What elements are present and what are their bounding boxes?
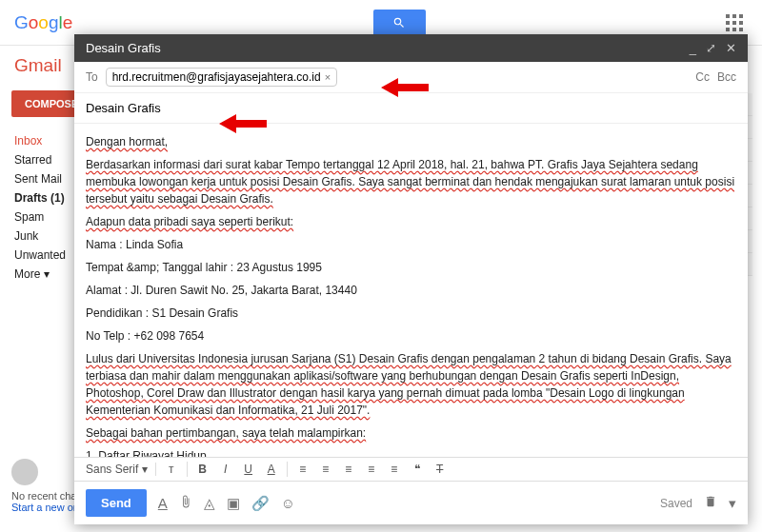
sidebar-item-junk[interactable]: Junk	[0, 227, 81, 246]
text-color-button[interactable]: A	[264, 463, 279, 476]
bold-button[interactable]: B	[195, 463, 211, 476]
sidebar-item-unwanted[interactable]: Unwanted	[0, 246, 81, 265]
body-phone: No Telp : +62 098 7654	[86, 327, 736, 345]
sidebar-item-spam[interactable]: Spam	[0, 207, 81, 227]
clear-format-button[interactable]: T	[432, 463, 448, 476]
format-toolbar: Sans Serif ▾ т B I U A ≡ ≡ ≡ ≡ ≡ ❝ T	[74, 457, 748, 481]
underline-button[interactable]: U	[241, 463, 256, 476]
align-button[interactable]: ≡	[295, 463, 311, 476]
numbered-list-button[interactable]: ≡	[318, 463, 333, 476]
chat-start-link[interactable]: Start a new on	[11, 502, 80, 513]
body-edu: Pendidikan : S1 Desain Grafis	[86, 305, 736, 322]
compose-dialog: Desain Grafis _ ⤢ ✕ To hrd.recruitmen@gr…	[74, 34, 748, 524]
body-att1: 1. Daftar Riwayat Hidup	[86, 447, 736, 457]
indent-more-button[interactable]: ≡	[387, 463, 402, 476]
body-address: Alamat : Jl. Duren Sawit No. 25, Jakarta…	[86, 282, 736, 299]
quote-button[interactable]: ❝	[410, 463, 425, 476]
link-icon[interactable]: 🔗	[251, 495, 270, 512]
arrow-pointer-icon	[381, 76, 429, 99]
body-para4: Sebagai bahan pertimbangan, saya telah m…	[86, 426, 366, 440]
send-button[interactable]: Send	[86, 489, 147, 517]
compose-window-title: Desain Grafis	[86, 41, 161, 55]
compose-body[interactable]: Dengan hormat, Berdasarkan informasi dar…	[74, 124, 748, 457]
font-selector[interactable]: Sans Serif ▾	[86, 463, 156, 476]
formatting-toggle-icon[interactable]: A	[158, 495, 168, 511]
indent-less-button[interactable]: ≡	[364, 463, 379, 476]
chat-avatar[interactable]	[11, 459, 38, 485]
to-label: To	[86, 70, 98, 84]
body-para1: Berdasarkan informasi dari surat kabar T…	[86, 158, 734, 206]
drive-icon[interactable]: ◬	[204, 495, 215, 512]
apps-icon[interactable]	[726, 14, 743, 31]
photo-icon[interactable]: ▣	[227, 495, 240, 512]
gmail-title[interactable]: Gmail	[0, 55, 81, 90]
compose-action-bar: Send A ◬ ▣ 🔗 ☺ Saved ▾	[74, 481, 748, 524]
chat-empty-text: No recent chat	[11, 490, 80, 502]
sidebar-more[interactable]: More ▾	[0, 265, 81, 284]
sidebar-item-sent[interactable]: Sent Mail	[0, 169, 81, 188]
expand-icon[interactable]: ⤢	[706, 41, 716, 55]
emoji-icon[interactable]: ☺	[281, 495, 295, 511]
recipient-email: hrd.recruitmen@grafisjayasejahtera.co.id	[112, 70, 321, 84]
cc-link[interactable]: Cc	[695, 70, 710, 84]
body-name: Nama : Linda Sofia	[86, 236, 736, 253]
bulleted-list-button[interactable]: ≡	[341, 463, 356, 476]
sidebar-item-starred[interactable]: Starred	[0, 150, 81, 169]
close-icon[interactable]: ✕	[726, 41, 736, 55]
sidebar-item-inbox[interactable]: Inbox	[0, 131, 81, 150]
arrow-pointer-icon	[219, 112, 267, 135]
body-para3: Lulus dari Universitas Indonesia jurusan…	[86, 352, 732, 417]
body-birth: Tempat &amp; Tanggal lahir : 23 Agustus …	[86, 259, 736, 276]
body-para2: Adapun data pribadi saya seperti berikut…	[86, 215, 293, 228]
bcc-link[interactable]: Bcc	[717, 70, 736, 84]
svg-marker-0	[381, 78, 429, 97]
discard-icon[interactable]	[704, 495, 717, 511]
font-size-button[interactable]: т	[164, 463, 179, 476]
chip-remove-icon[interactable]: ×	[325, 71, 331, 83]
google-logo[interactable]: Google	[14, 12, 72, 33]
saved-status: Saved	[660, 497, 692, 510]
search-button[interactable]	[373, 10, 426, 36]
italic-button[interactable]: I	[218, 463, 233, 476]
sidebar-item-drafts[interactable]: Drafts (1)	[0, 188, 81, 207]
search-icon	[392, 16, 406, 30]
more-options-icon[interactable]: ▾	[729, 495, 736, 512]
body-greeting: Dengan hormat,	[86, 135, 168, 148]
recipient-chip[interactable]: hrd.recruitmen@grafisjayasejahtera.co.id…	[106, 68, 337, 87]
svg-marker-1	[219, 114, 267, 133]
minimize-icon[interactable]: _	[690, 41, 696, 55]
attach-icon[interactable]	[179, 495, 192, 511]
sidebar: Gmail COMPOSE Inbox Starred Sent Mail Dr…	[0, 46, 81, 532]
